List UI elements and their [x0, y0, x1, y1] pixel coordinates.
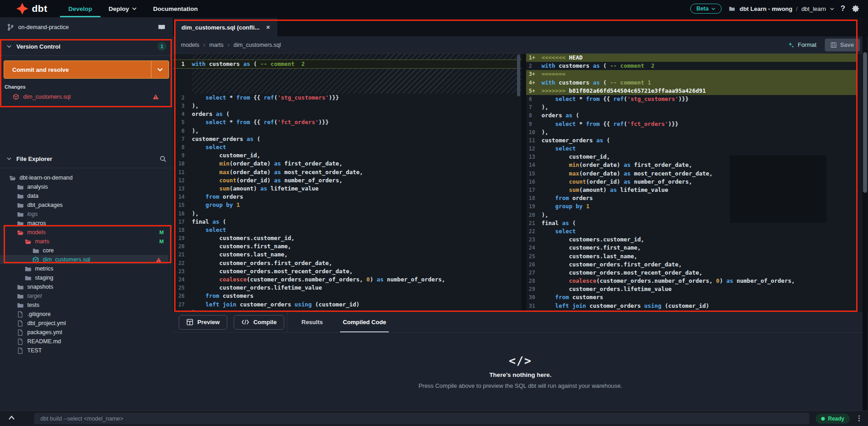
left-pane-scrollbar[interactable]	[517, 55, 520, 96]
code-line-8[interactable]: 8 orders as (	[526, 111, 857, 120]
tree-item-snapshots[interactable]: snapshots	[0, 282, 173, 291]
format-button[interactable]: Format	[788, 41, 816, 48]
expand-panel-icon[interactable]	[8, 415, 15, 420]
code-line-9[interactable]: 9 customer_id,	[173, 151, 522, 160]
code-line-28[interactable]: 28 coalesce(customer_orders.number_of_or…	[526, 277, 857, 285]
code-line-10[interactable]: 10 min(order_date) as first_order_date,	[173, 160, 522, 168]
code-line-27[interactable]: 27 left join customer_orders using (cust…	[173, 301, 522, 309]
code-line-24[interactable]: 24 coalesce(customer_orders.number_of_or…	[173, 276, 522, 284]
code-line-25[interactable]: 25 customers.last_name,	[526, 252, 857, 261]
beta-dropdown[interactable]: Beta	[690, 4, 722, 14]
code-line-12[interactable]: 12 select	[526, 145, 857, 153]
code-line-5[interactable]: 5+ >>>>>>> b81f802a66fd544504c65721e3ffa…	[526, 87, 857, 95]
tab-compiled-code[interactable]: Compiled Code	[343, 312, 386, 332]
pane-divider[interactable]	[522, 54, 526, 312]
kebab-menu-icon[interactable]: ⋮	[856, 414, 863, 422]
search-icon[interactable]	[160, 155, 166, 162]
tree-item-staging[interactable]: staging	[0, 273, 173, 282]
code-line-26[interactable]: 26 customer_orders.first_order_date,	[526, 261, 857, 269]
code-line-20[interactable]: 20 customers.first_name,	[173, 242, 522, 251]
tree-item-data[interactable]: data	[0, 191, 173, 200]
code-line-17[interactable]: 17 final as (	[173, 218, 522, 226]
code-line-13[interactable]: 13 sum(amount) as lifetime_value	[173, 185, 522, 193]
tab-close-icon[interactable]: ✕	[266, 25, 270, 30]
code-line-16[interactable]: 16 ),	[173, 210, 522, 218]
code-line-22[interactable]: 22 select	[526, 227, 857, 236]
code-line-30[interactable]: 30 from customers	[526, 293, 857, 301]
tree-item-models[interactable]: models M	[0, 228, 173, 237]
tree-item-TEST[interactable]: TEST	[0, 346, 173, 355]
tree-item-metrics[interactable]: metrics	[0, 264, 173, 273]
tree-item-.gitignore[interactable]: .gitignore	[0, 310, 173, 319]
editor-pane-local[interactable]: 1 with customers as ( -- comment 2 2 sel…	[173, 54, 522, 312]
code-line-25[interactable]: 25 customer_orders.lifetime_value	[173, 284, 522, 292]
code-line-27[interactable]: 27 customer_orders.most_recent_order_dat…	[526, 269, 857, 277]
code-line-21[interactable]: 21 customers.last_name,	[173, 251, 522, 259]
nav-item-documentation[interactable]: Documentation	[145, 0, 206, 17]
tree-item-logs[interactable]: logs	[0, 210, 173, 219]
window-scrollbar-thumb[interactable]	[863, 52, 867, 193]
tree-item-dim_customers.sql[interactable]: dim_customers.sql	[0, 255, 168, 264]
command-input[interactable]	[34, 413, 809, 424]
project-name[interactable]: dbt_learn	[801, 5, 826, 12]
code-line-5[interactable]: 5 select * from {{ ref('fct_orders')}}	[173, 118, 522, 126]
code-line-2[interactable]: 2 with customers as ( -- comment 2	[526, 62, 857, 70]
code-line-14[interactable]: 14 from orders	[173, 193, 522, 201]
code-line-7[interactable]: 7 ),	[526, 103, 857, 111]
code-line-3[interactable]: 3+ =======	[526, 70, 857, 78]
commit-and-resolve-button[interactable]: Commit and resolve	[4, 61, 151, 78]
code-line-23[interactable]: 23 customers.customer_id,	[526, 236, 857, 244]
tree-item-marts[interactable]: marts M	[0, 237, 173, 246]
account-name[interactable]: dbt Learn - mwong	[739, 5, 792, 12]
branch-row[interactable]: on-demand-practice	[0, 17, 173, 37]
code-line-31[interactable]: 31 left join customer_orders using (cust…	[526, 302, 857, 310]
nav-item-develop[interactable]: Develop	[60, 0, 100, 17]
version-control-header[interactable]: Version Control 1	[0, 40, 173, 53]
tree-item-macros[interactable]: macros	[0, 219, 173, 228]
breadcrumb-models[interactable]: models	[181, 42, 199, 48]
code-line-23[interactable]: 23 customer_orders.most_recent_order_dat…	[173, 267, 522, 276]
code-line-8[interactable]: 8 select	[173, 143, 522, 151]
tree-item-packages.yml[interactable]: packages.yml	[0, 328, 173, 337]
tree-item-analysis[interactable]: analysis	[0, 182, 173, 191]
code-line-7[interactable]: 7 customer_orders as (	[173, 135, 522, 143]
code-line-22[interactable]: 22 customer_orders.first_order_date,	[173, 259, 522, 267]
code-line-19[interactable]: 19 customers.customer_id,	[173, 234, 522, 242]
tree-item-README.md[interactable]: README.md	[0, 337, 173, 346]
nav-item-deploy[interactable]: Deploy	[100, 0, 145, 17]
code-line-4[interactable]: 4 orders as (	[173, 110, 522, 118]
code-line-26[interactable]: 26 from customers	[173, 292, 522, 300]
preview-button[interactable]: Preview	[179, 315, 227, 330]
tree-item-core[interactable]: core	[0, 246, 173, 255]
tree-item-dbt_packages[interactable]: dbt_packages	[0, 200, 173, 210]
code-line-12[interactable]: 12 count(order_id) as number_of_orders,	[173, 176, 522, 185]
compile-button[interactable]: Compile	[234, 315, 284, 330]
tab-dim-customers[interactable]: dim_customers.sql (confli... ✕	[174, 18, 278, 36]
code-line-6[interactable]: 6 ),	[173, 127, 522, 135]
help-button[interactable]: ?	[841, 4, 845, 13]
breadcrumb-file[interactable]: dim_customers.sql	[234, 42, 281, 48]
code-line-24[interactable]: 24 customers.first_name,	[526, 244, 857, 252]
code-line-15[interactable]: 15 group by 1	[173, 201, 522, 209]
code-line-10[interactable]: 10 ),	[526, 128, 857, 136]
code-line-1[interactable]: 1 with customers as ( -- comment 2	[173, 60, 522, 69]
tree-item-dbt_project.yml[interactable]: dbt_project.yml	[0, 319, 173, 328]
changed-file-row[interactable]: dim_customers.sql	[0, 91, 173, 102]
gear-icon[interactable]	[852, 5, 860, 13]
breadcrumb-marts[interactable]: marts	[209, 42, 223, 48]
save-button[interactable]: Save	[825, 39, 860, 51]
docs-book-icon[interactable]	[158, 24, 166, 30]
code-line-11[interactable]: 11 customer_orders as (	[526, 136, 857, 145]
code-line-29[interactable]: 29 customer_orders.lifetime_value	[526, 285, 857, 293]
tab-results[interactable]: Results	[301, 312, 323, 332]
code-line-11[interactable]: 11 max(order_date) as most_recent_order_…	[173, 168, 522, 176]
tree-item-dbt-learn-on-demand[interactable]: dbt-learn-on-demand	[0, 173, 173, 182]
code-line-3[interactable]: 3 ),	[173, 102, 522, 110]
chevron-down-icon[interactable]	[830, 7, 834, 10]
file-explorer-header[interactable]: File Explorer	[0, 152, 173, 165]
code-line-1[interactable]: 1+ <<<<<<< HEAD	[526, 54, 857, 62]
window-scrollbar[interactable]	[863, 17, 868, 411]
code-line-2[interactable]: 2 select * from {{ ref('stg_customers')}…	[173, 94, 522, 102]
tree-item-target[interactable]: target	[0, 291, 173, 301]
dbt-logo-icon[interactable]	[16, 3, 28, 15]
